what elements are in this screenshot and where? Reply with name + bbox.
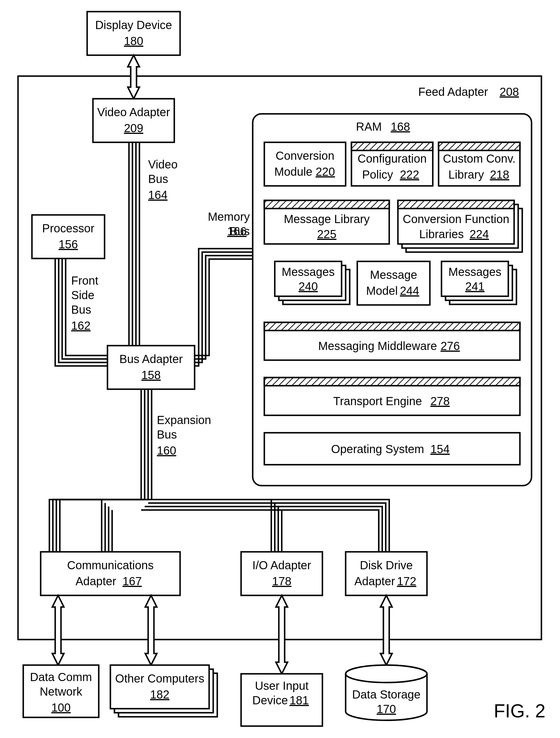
disk-drive-adapter-ref: 172 (397, 575, 416, 588)
display-device-label: Display Device (95, 19, 172, 31)
ram-ref: 168 (391, 120, 410, 133)
data-storage-cylinder: Data Storage 170 (346, 665, 427, 720)
user-input-l1: User Input (255, 679, 309, 692)
display-device-ref: 180 (124, 35, 144, 47)
operating-system-ref: 154 (431, 443, 450, 455)
custom-conv-box: Custom Conv. Library 218 (439, 142, 520, 186)
custom-conv-l1: Custom Conv. (443, 152, 516, 165)
messages-240-l1: Messages (282, 266, 335, 278)
communications-adapter-l2: Adapter (75, 575, 116, 588)
message-model-l1: Message (370, 268, 417, 281)
messaging-middleware-l1: Messaging Middleware (318, 340, 437, 352)
video-adapter-label: Video Adapter (97, 106, 170, 118)
other-computers-l1: Other Computers (115, 672, 205, 685)
fsb-ref: 162 (71, 319, 91, 332)
conversion-module-l2: Module (274, 165, 312, 178)
svg-marker-50 (52, 596, 64, 665)
svg-rect-48 (241, 552, 322, 596)
message-library-ref: 225 (317, 228, 337, 241)
io-adapter-box: I/O Adapter 178 (241, 552, 322, 596)
fsb-l3: Bus (71, 303, 91, 316)
conversion-module-box: Conversion Module 220 (264, 142, 346, 186)
communications-adapter-l1: Communications (67, 559, 154, 572)
conversion-function-libs-box: Conversion Function Libraries 224 (398, 201, 522, 252)
transport-engine-ref: 278 (431, 395, 450, 407)
exp-bus-l2: Bus (157, 428, 177, 441)
communications-adapter-ref: 167 (122, 575, 142, 588)
svg-rect-34 (398, 201, 514, 209)
io-adapter-ref: 178 (272, 575, 292, 588)
svg-rect-38 (357, 261, 430, 305)
configuration-policy-ref: 222 (400, 168, 419, 181)
message-model-ref: 244 (400, 284, 419, 297)
video-bus-ref: 164 (148, 189, 168, 201)
data-storage-l1: Data Storage (352, 688, 421, 701)
svg-marker-52 (276, 596, 288, 674)
user-input-l2: Device (252, 694, 288, 707)
video-adapter-box: Video Adapter 209 (93, 99, 174, 142)
fsb-l1: Front (71, 274, 98, 287)
data-comm-network-box: Data Comm Network 100 (23, 665, 99, 717)
communications-adapter-box: Communications Adapter 167 (41, 552, 180, 596)
svg-marker-3 (128, 55, 139, 99)
bus-adapter-label: Bus Adapter (119, 353, 183, 365)
svg-rect-49 (346, 552, 427, 596)
cfl-ref: 224 (470, 228, 489, 241)
message-model-l2: Model (366, 284, 398, 297)
svg-rect-9 (32, 215, 104, 259)
conversion-module-l1: Conversion (276, 149, 334, 162)
svg-rect-57 (110, 665, 209, 709)
svg-point-60 (346, 665, 427, 683)
arrow-comm-network (52, 596, 64, 665)
user-input-device-box: User Input Device 181 (241, 674, 322, 726)
cfl-l2: Libraries (419, 228, 464, 241)
svg-rect-4 (93, 99, 174, 142)
exp-bus-l1: Expansion (157, 414, 211, 426)
memory-bus-ref: 166 (227, 225, 247, 238)
processor-box: Processor 156 (32, 215, 104, 259)
data-comm-network-l1: Data Comm (30, 671, 92, 683)
svg-rect-2 (87, 12, 180, 55)
disk-drive-adapter-l1: Disk Drive (360, 559, 413, 572)
io-adapter-l1: I/O Adapter (252, 559, 311, 572)
data-comm-network-l2: Network (40, 685, 83, 698)
svg-rect-24 (264, 142, 346, 186)
messages-240-ref: 240 (299, 280, 318, 293)
svg-rect-47 (41, 552, 180, 596)
bus-adapter-ref: 158 (142, 369, 161, 381)
cfl-l1: Conversion Function (403, 213, 510, 226)
fsb-l2: Side (71, 289, 94, 302)
svg-rect-45 (264, 378, 520, 386)
svg-rect-10 (107, 346, 195, 389)
arrow-io-user (276, 596, 288, 674)
custom-conv-ref: 218 (490, 168, 510, 181)
arrow-comm-other (145, 596, 157, 665)
other-computers-box: Other Computers 182 (110, 665, 217, 717)
message-library-l1: Message Library (284, 213, 370, 226)
message-model-box: Message Model 244 (357, 261, 430, 305)
processor-label: Processor (42, 222, 94, 235)
messages-241-box: Messages 241 (442, 261, 516, 304)
operating-system-l1: Operating System (331, 443, 424, 455)
processor-ref: 156 (59, 238, 78, 251)
messaging-middleware-ref: 276 (441, 340, 460, 352)
messaging-middleware-box: Messaging Middleware 276 (264, 322, 520, 360)
video-bus-l2: Bus (148, 172, 168, 185)
arrow-disk-storage (380, 596, 392, 665)
video-bus (129, 142, 139, 346)
svg-rect-28 (439, 142, 520, 150)
message-library-box: Message Library 225 (264, 201, 389, 244)
video-adapter-ref: 209 (124, 122, 144, 134)
ram-label: RAM (356, 120, 382, 133)
arrow-display-video (128, 55, 139, 99)
configuration-policy-l2: Policy (362, 168, 393, 181)
configuration-policy-l1: Configuration (357, 152, 427, 165)
memory-bus (195, 249, 253, 366)
disk-drive-adapter-box: Disk Drive Adapter 172 (346, 552, 427, 596)
video-bus-l1: Video (148, 158, 178, 171)
data-storage-ref: 170 (377, 703, 396, 715)
other-computers-ref: 182 (150, 688, 170, 701)
transport-engine-box: Transport Engine 278 (264, 378, 520, 415)
svg-marker-51 (145, 596, 157, 665)
svg-rect-26 (351, 142, 433, 150)
